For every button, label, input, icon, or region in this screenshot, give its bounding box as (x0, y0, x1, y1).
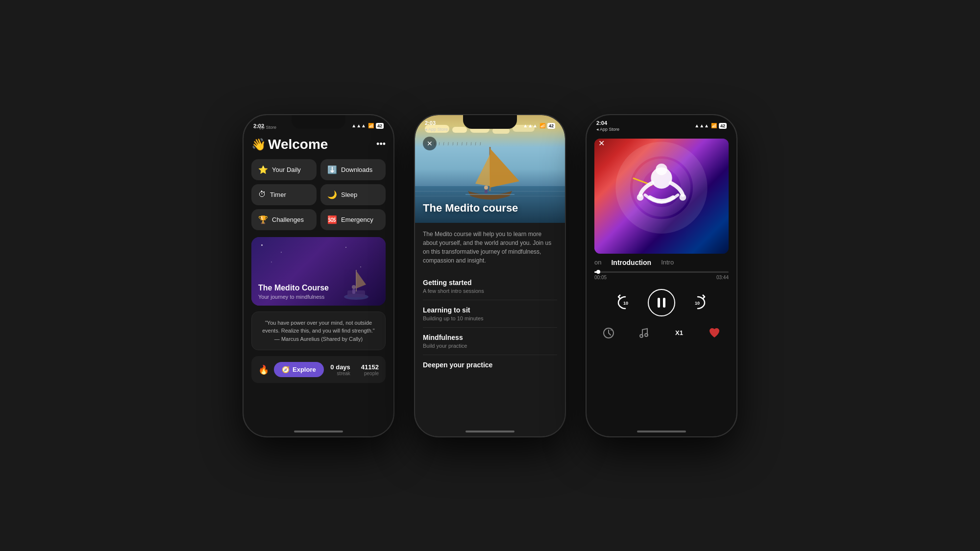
timer-button[interactable]: ⏱ Timer (251, 184, 317, 205)
chapter-next: Intro (661, 259, 674, 266)
phone-3-screen: 2:04 ◂ App Store ▲▲▲ 📶 42 ✕ (587, 115, 736, 436)
battery-1: 42 (376, 123, 384, 129)
course-section-2[interactable]: Learning to sit Building up to 10 minute… (423, 300, 557, 328)
emergency-button[interactable]: 🆘 Emergency (320, 209, 386, 230)
progress-fill (594, 271, 598, 273)
svg-rect-1 (347, 290, 365, 297)
time-current: 00:05 (594, 275, 607, 280)
section-sub-2: Building up to 10 minutes (423, 315, 557, 321)
svg-point-10 (484, 186, 488, 190)
sleep-emoji: 🌙 (327, 190, 337, 199)
grid-buttons: ⭐ Your Daily ⬇️ Downloads ⏱ Timer 🌙 Slee… (251, 159, 386, 230)
signal-icon-2: ▲▲▲ (523, 123, 538, 128)
people-info: 41152 people (361, 363, 379, 376)
rewind-icon: 10 (616, 294, 634, 311)
pause-button[interactable] (648, 289, 675, 316)
forward-button[interactable]: 10 (687, 292, 709, 313)
section-sub-1: A few short intro sessions (423, 288, 557, 294)
controls-row: 10 10 (587, 284, 736, 321)
sleep-button[interactable]: 🌙 Sleep (320, 184, 386, 205)
course-section-4[interactable]: Deepen your practice (423, 355, 557, 376)
course-section-3[interactable]: Mindfulness Build your practice (423, 328, 557, 355)
status-right-2: ▲▲▲ 📶 42 (523, 123, 555, 129)
music-note-button[interactable] (635, 324, 653, 342)
notch-3 (635, 115, 688, 129)
chapter-prev: on (594, 259, 601, 266)
progress-section: 00:05 03:44 (587, 271, 736, 280)
status-time-3: 2:04 (596, 120, 619, 126)
section-title-3: Mindfulness (423, 334, 557, 341)
music-note-icon (638, 327, 650, 339)
emergency-label: Emergency (341, 216, 373, 223)
svg-rect-5 (352, 289, 355, 294)
wifi-icon-3: 📶 (711, 123, 717, 128)
rewind-button[interactable]: 10 (614, 292, 636, 313)
star-dot-3 (345, 247, 346, 248)
course-section-1[interactable]: Getting started A few short intro sessio… (423, 273, 557, 300)
challenges-button[interactable]: 🏆 Challenges (251, 209, 317, 230)
close-button-2[interactable]: ✕ (423, 137, 437, 150)
downloads-label: Downloads (341, 166, 372, 173)
star-dot-1 (261, 244, 263, 246)
notch-2 (463, 115, 517, 129)
wifi-icon-2: 📶 (539, 123, 545, 128)
menu-dots[interactable]: ••• (376, 139, 386, 149)
explore-button[interactable]: 🧭 Explore (274, 362, 324, 377)
streak-info: 0 days streak (330, 363, 350, 376)
home-indicator-1 (294, 431, 343, 432)
svg-point-18 (679, 194, 686, 201)
hero-title-2: The Medito course (423, 202, 557, 215)
sleep-timer-button[interactable] (600, 324, 617, 342)
welcome-title-group: 👋 Welcome (251, 137, 328, 152)
battery-3: 42 (719, 123, 727, 129)
explore-section: 🔥 🧭 Explore 0 days streak 41152 people (251, 356, 386, 383)
battery-2: 42 (547, 123, 555, 129)
section-sub-3: Build your practice (423, 343, 557, 349)
status-store-3: ◂ App Store (596, 127, 619, 132)
timer-emoji: ⏱ (258, 190, 266, 199)
svg-marker-3 (356, 271, 366, 288)
quote-text: "You have power over your mind, not outs… (259, 319, 378, 343)
time-total: 03:44 (716, 275, 729, 280)
section-title-2: Learning to sit (423, 306, 557, 314)
svg-point-25 (645, 334, 648, 336)
svg-point-16 (656, 163, 667, 175)
downloads-button[interactable]: ⬇️ Downloads (320, 159, 386, 180)
heart-icon (709, 327, 720, 339)
phone-1-content: 👋 Welcome ••• ⭐ Your Daily ⬇️ Downloads … (244, 133, 393, 387)
meditation-figure-icon (594, 139, 729, 254)
wave-emoji: 👋 (251, 138, 266, 151)
progress-dot (596, 270, 600, 274)
your-daily-emoji: ⭐ (258, 165, 268, 174)
star-dot-2 (281, 252, 282, 253)
time-row: 00:05 03:44 (594, 275, 729, 280)
your-daily-button[interactable]: ⭐ Your Daily (251, 159, 317, 180)
phone-1-screen: 2:02 ◂ App Store ▲▲▲ 📶 42 👋 Welcome ••• (244, 115, 393, 436)
chapters-row: on Introduction Intro (587, 259, 736, 266)
actions-row: X1 (587, 321, 736, 345)
wifi-icon-1: 📶 (368, 123, 374, 128)
favorite-button[interactable] (706, 324, 723, 342)
progress-track[interactable] (594, 271, 729, 273)
notch-1 (292, 115, 345, 129)
course-card-title-1: The Medito Course (258, 283, 329, 292)
challenges-emoji: 🏆 (258, 215, 268, 224)
phone-2: 2:03 ◂ App Store ▲▲▲ 📶 42 (414, 114, 566, 437)
people-label: people (361, 371, 379, 376)
sleep-timer-icon (602, 327, 615, 339)
your-daily-label: Your Daily (272, 166, 301, 173)
course-card-text-1: The Medito Course Your journey to mindfu… (258, 283, 329, 299)
svg-point-24 (640, 335, 643, 337)
sailboat-icon (451, 144, 529, 208)
fire-icon: 🔥 (258, 364, 269, 375)
svg-text:10: 10 (623, 301, 628, 306)
album-art (594, 139, 729, 254)
status-right-1: ▲▲▲ 📶 42 (351, 123, 384, 129)
quote-card: "You have power over your mind, not outs… (251, 311, 386, 351)
speed-button[interactable]: X1 (670, 324, 688, 342)
course-card-1[interactable]: The Medito Course Your journey to mindfu… (251, 237, 386, 306)
close-button-3[interactable]: ✕ (594, 137, 608, 150)
phone-1: 2:02 ◂ App Store ▲▲▲ 📶 42 👋 Welcome ••• (243, 114, 394, 437)
timer-label: Timer (270, 191, 286, 198)
phone-3: 2:04 ◂ App Store ▲▲▲ 📶 42 ✕ (586, 114, 737, 437)
